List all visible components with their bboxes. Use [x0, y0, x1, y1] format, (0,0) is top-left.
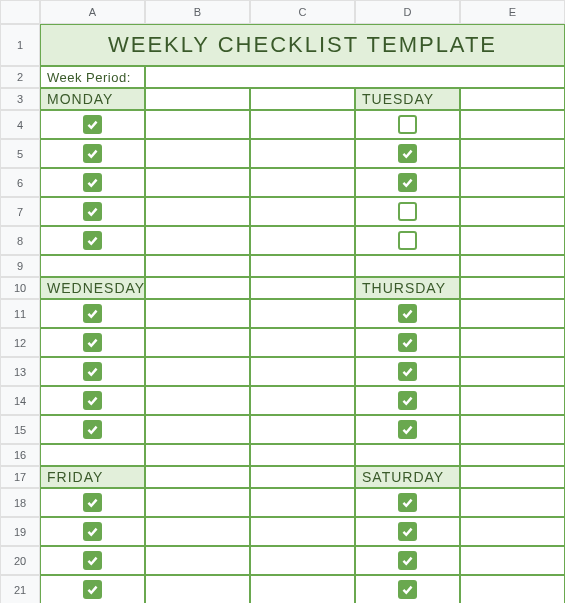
cell-A8[interactable]: [40, 226, 145, 255]
checkbox-unchecked[interactable]: [398, 115, 417, 134]
cell-C10[interactable]: [250, 277, 355, 299]
day-header[interactable]: TUESDAY: [355, 88, 460, 110]
cell-A16[interactable]: [40, 444, 145, 466]
checkbox-checked[interactable]: [83, 522, 102, 541]
cell-B8[interactable]: [145, 226, 250, 255]
cell-B21[interactable]: [145, 575, 250, 603]
day-header[interactable]: WEDNESDAY: [40, 277, 145, 299]
cell-E8[interactable]: [460, 226, 565, 255]
cell-E16[interactable]: [460, 444, 565, 466]
cell-E17[interactable]: [460, 466, 565, 488]
cell-B5[interactable]: [145, 139, 250, 168]
cell-E15[interactable]: [460, 415, 565, 444]
checkbox-checked[interactable]: [398, 144, 417, 163]
row-header[interactable]: 12: [0, 328, 40, 357]
day-header[interactable]: FRIDAY: [40, 466, 145, 488]
cell-B12[interactable]: [145, 328, 250, 357]
row-header[interactable]: 7: [0, 197, 40, 226]
cell-B10[interactable]: [145, 277, 250, 299]
cell-D19[interactable]: [355, 517, 460, 546]
cell-A5[interactable]: [40, 139, 145, 168]
day-header[interactable]: THURSDAY: [355, 277, 460, 299]
checkbox-checked[interactable]: [83, 173, 102, 192]
checkbox-checked[interactable]: [83, 420, 102, 439]
row-header[interactable]: 20: [0, 546, 40, 575]
row-header[interactable]: 16: [0, 444, 40, 466]
cell-A21[interactable]: [40, 575, 145, 603]
row-header[interactable]: 15: [0, 415, 40, 444]
week-period-input[interactable]: [145, 66, 565, 88]
cell-D13[interactable]: [355, 357, 460, 386]
cell-E20[interactable]: [460, 546, 565, 575]
cell-C17[interactable]: [250, 466, 355, 488]
cell-E18[interactable]: [460, 488, 565, 517]
cell-C3[interactable]: [250, 88, 355, 110]
checkbox-checked[interactable]: [83, 362, 102, 381]
row-header[interactable]: 17: [0, 466, 40, 488]
cell-C13[interactable]: [250, 357, 355, 386]
cell-D4[interactable]: [355, 110, 460, 139]
cell-E9[interactable]: [460, 255, 565, 277]
column-header[interactable]: B: [145, 0, 250, 24]
column-header[interactable]: D: [355, 0, 460, 24]
checkbox-checked[interactable]: [83, 231, 102, 250]
cell-A18[interactable]: [40, 488, 145, 517]
cell-C9[interactable]: [250, 255, 355, 277]
row-header[interactable]: 8: [0, 226, 40, 255]
cell-B16[interactable]: [145, 444, 250, 466]
checkbox-checked[interactable]: [83, 333, 102, 352]
row-header[interactable]: 21: [0, 575, 40, 603]
cell-A7[interactable]: [40, 197, 145, 226]
checkbox-checked[interactable]: [83, 391, 102, 410]
cell-E10[interactable]: [460, 277, 565, 299]
cell-E14[interactable]: [460, 386, 565, 415]
cell-A14[interactable]: [40, 386, 145, 415]
cell-A19[interactable]: [40, 517, 145, 546]
cell-E12[interactable]: [460, 328, 565, 357]
cell-E3[interactable]: [460, 88, 565, 110]
cell-C14[interactable]: [250, 386, 355, 415]
cell-B7[interactable]: [145, 197, 250, 226]
day-header[interactable]: MONDAY: [40, 88, 145, 110]
row-header[interactable]: 9: [0, 255, 40, 277]
row-header[interactable]: 1: [0, 24, 40, 66]
cell-E11[interactable]: [460, 299, 565, 328]
row-header[interactable]: 5: [0, 139, 40, 168]
checkbox-unchecked[interactable]: [398, 202, 417, 221]
cell-C7[interactable]: [250, 197, 355, 226]
column-header[interactable]: C: [250, 0, 355, 24]
checkbox-checked[interactable]: [398, 551, 417, 570]
checkbox-checked[interactable]: [83, 493, 102, 512]
cell-B15[interactable]: [145, 415, 250, 444]
cell-B18[interactable]: [145, 488, 250, 517]
checkbox-checked[interactable]: [398, 420, 417, 439]
cell-D14[interactable]: [355, 386, 460, 415]
cell-B14[interactable]: [145, 386, 250, 415]
cell-C19[interactable]: [250, 517, 355, 546]
cell-C11[interactable]: [250, 299, 355, 328]
cell-E21[interactable]: [460, 575, 565, 603]
cell-A15[interactable]: [40, 415, 145, 444]
cell-B4[interactable]: [145, 110, 250, 139]
cell-C5[interactable]: [250, 139, 355, 168]
cell-B6[interactable]: [145, 168, 250, 197]
checkbox-checked[interactable]: [83, 144, 102, 163]
cell-D18[interactable]: [355, 488, 460, 517]
cell-B13[interactable]: [145, 357, 250, 386]
cell-B9[interactable]: [145, 255, 250, 277]
cell-E6[interactable]: [460, 168, 565, 197]
checkbox-checked[interactable]: [398, 362, 417, 381]
row-header[interactable]: 18: [0, 488, 40, 517]
cell-B17[interactable]: [145, 466, 250, 488]
cell-D6[interactable]: [355, 168, 460, 197]
checkbox-checked[interactable]: [398, 173, 417, 192]
checkbox-checked[interactable]: [398, 522, 417, 541]
day-header[interactable]: SATURDAY: [355, 466, 460, 488]
cell-D20[interactable]: [355, 546, 460, 575]
checkbox-checked[interactable]: [398, 493, 417, 512]
cell-D21[interactable]: [355, 575, 460, 603]
cell-A9[interactable]: [40, 255, 145, 277]
cell-E4[interactable]: [460, 110, 565, 139]
cell-E7[interactable]: [460, 197, 565, 226]
cell-A20[interactable]: [40, 546, 145, 575]
